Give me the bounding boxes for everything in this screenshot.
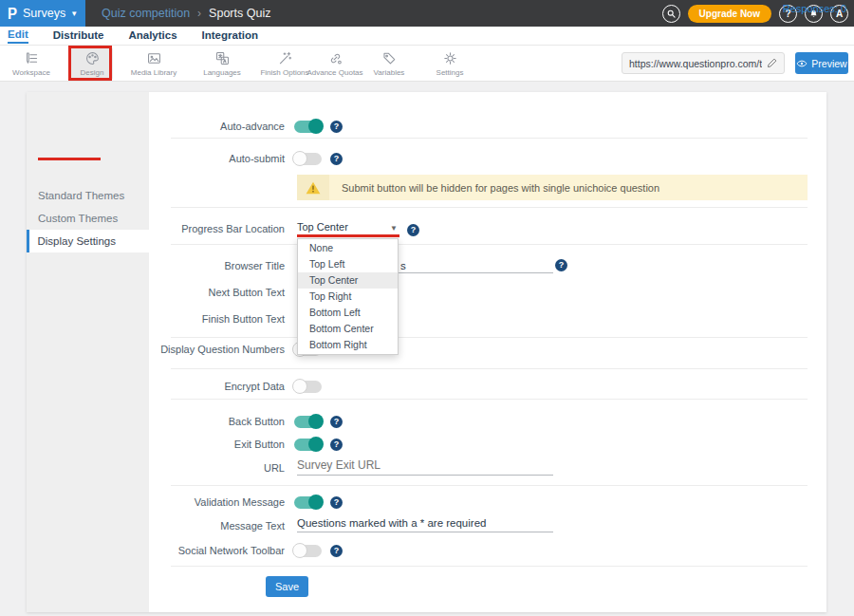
- settings-icon: [442, 50, 458, 66]
- social-network-toolbar-help-icon[interactable]: ?: [330, 545, 343, 557]
- topbar: P Surveys ▼ Quiz competition › Sports Qu…: [0, 0, 854, 27]
- toolbar-item-variables[interactable]: Variables: [356, 47, 422, 80]
- message-text-input[interactable]: [297, 517, 553, 532]
- save-button[interactable]: Save: [266, 576, 308, 597]
- auto-advance-toggle[interactable]: [294, 121, 322, 133]
- sidebar-item-standard-themes[interactable]: Standard Themes: [27, 184, 149, 207]
- toggle-knob: [292, 379, 307, 394]
- exit-url-input[interactable]: [297, 458, 553, 476]
- survey-nav: Edit Distribute Analytics Integration: [0, 27, 854, 46]
- auto-submit-warning: Submit button will be hidden for pages w…: [297, 175, 808, 200]
- auto-advance-help-icon[interactable]: ?: [330, 121, 343, 133]
- finish-options-icon: [277, 50, 293, 66]
- progress-bar-help-icon[interactable]: ?: [407, 224, 419, 236]
- breadcrumb: Quiz competition › Sports Quiz: [85, 7, 270, 20]
- exit-button-help-icon[interactable]: ?: [330, 439, 343, 451]
- nav-tab-integration[interactable]: Integration: [202, 29, 258, 43]
- dropdown-option[interactable]: Bottom Center: [298, 321, 398, 337]
- divider: [171, 566, 808, 567]
- upgrade-now-button[interactable]: Upgrade Now: [688, 5, 771, 23]
- product-switcher[interactable]: P Surveys ▼: [0, 0, 85, 27]
- divider: [171, 138, 808, 139]
- sidebar-item-display-settings[interactable]: Display Settings: [27, 230, 149, 252]
- divider: [171, 207, 808, 208]
- validation-message-help-icon[interactable]: ?: [330, 496, 343, 509]
- languages-icon: [214, 50, 231, 66]
- media-library-icon: [146, 50, 162, 66]
- responses-count[interactable]: Responses: 0: [783, 3, 846, 14]
- toggle-knob: [292, 543, 307, 558]
- browser-title-help-icon[interactable]: ?: [555, 259, 567, 271]
- back-button-help-icon[interactable]: ?: [330, 416, 343, 428]
- survey-link-input[interactable]: [622, 58, 766, 69]
- dropdown-option[interactable]: Top Left: [298, 256, 398, 272]
- sidebar-item-custom-themes[interactable]: Custom Themes: [27, 207, 149, 230]
- design-sidebar: Standard Themes Custom Themes Display Se…: [27, 92, 149, 612]
- advance-quotas-icon: [327, 50, 343, 66]
- survey-link-box: [622, 52, 785, 74]
- browser-title-visible-text: s: [400, 260, 406, 271]
- toggle-knob: [308, 119, 324, 134]
- workspace-icon: [24, 50, 40, 66]
- chevron-down-icon: ▼: [70, 9, 78, 18]
- progress-bar-location-select[interactable]: Top Center ▼: [297, 221, 399, 236]
- dropdown-option[interactable]: None: [298, 240, 398, 256]
- toggle-knob: [308, 414, 324, 429]
- toolbar-item-design[interactable]: Design: [59, 47, 125, 80]
- progress-bar-location-dropdown: None Top Left Top Center Top Right Botto…: [297, 238, 399, 355]
- divider: [171, 485, 808, 486]
- app-root: P Surveys ▼ Quiz competition › Sports Qu…: [0, 0, 854, 616]
- divider: [171, 337, 808, 338]
- dropdown-option[interactable]: Top Center: [298, 272, 398, 289]
- variables-icon: [381, 50, 398, 66]
- toolbar-item-media-library[interactable]: Media Library: [121, 47, 187, 80]
- warning-triangle-icon: [306, 181, 321, 195]
- dropdown-option[interactable]: Top Right: [298, 289, 398, 305]
- auto-submit-toggle[interactable]: [294, 153, 322, 165]
- nav-tab-analytics[interactable]: Analytics: [128, 29, 176, 43]
- search-icon: [666, 9, 677, 19]
- search-button[interactable]: [662, 5, 680, 23]
- dropdown-option[interactable]: Bottom Right: [298, 337, 398, 353]
- toolbar-item-workspace[interactable]: Workspace: [0, 47, 65, 80]
- design-palette-icon: [84, 50, 101, 66]
- validation-message-toggle[interactable]: [294, 496, 322, 509]
- warning-icon-strip: [297, 175, 329, 200]
- eye-icon: [796, 60, 808, 67]
- edit-pencil-icon[interactable]: [766, 57, 778, 69]
- back-button-toggle[interactable]: [294, 416, 322, 428]
- breadcrumb-parent-link[interactable]: Quiz competition: [102, 7, 190, 20]
- product-name: Surveys: [23, 7, 65, 20]
- warning-text: Submit button will be hidden for pages w…: [342, 182, 659, 194]
- breadcrumb-current: Sports Quiz: [209, 7, 270, 20]
- questionpro-logo-icon: P: [8, 6, 17, 21]
- toggle-knob: [308, 437, 324, 452]
- toggle-knob: [308, 495, 324, 510]
- divider: [171, 368, 808, 369]
- divider: [171, 244, 808, 245]
- exit-button-toggle[interactable]: [294, 439, 322, 451]
- preview-button[interactable]: Preview: [795, 52, 848, 74]
- nav-tab-distribute[interactable]: Distribute: [53, 29, 104, 43]
- nav-tab-edit[interactable]: Edit: [8, 28, 28, 44]
- toolbar-item-languages[interactable]: Languages: [189, 47, 255, 80]
- social-network-toolbar-toggle[interactable]: [294, 545, 322, 557]
- divider: [171, 399, 808, 400]
- toolbar-item-settings[interactable]: Settings: [417, 47, 483, 80]
- encrypt-data-toggle[interactable]: [294, 381, 322, 393]
- breadcrumb-separator-icon: ›: [197, 7, 201, 20]
- chevron-down-icon: ▼: [390, 224, 398, 233]
- dropdown-option[interactable]: Bottom Left: [298, 305, 398, 321]
- toggle-knob: [292, 151, 307, 166]
- auto-submit-help-icon[interactable]: ?: [330, 153, 343, 165]
- select-value: Top Center: [297, 221, 348, 233]
